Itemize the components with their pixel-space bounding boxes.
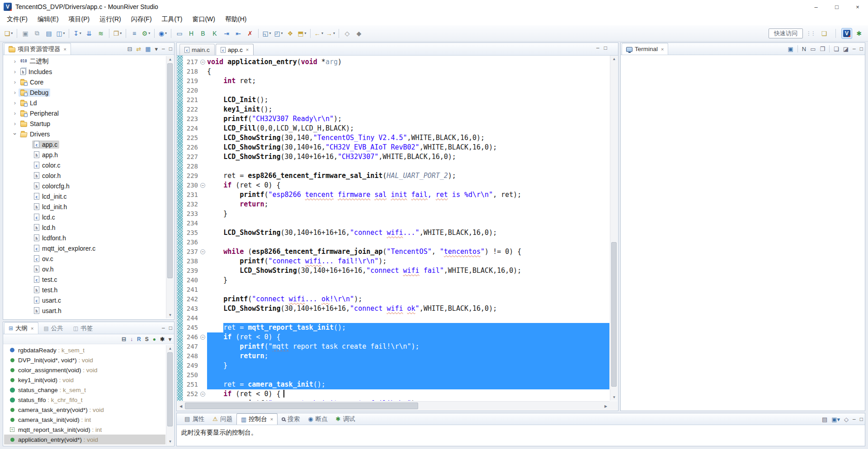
tree-item[interactable]: ›Core: [4, 77, 165, 87]
fold-marker[interactable]: −: [199, 389, 207, 399]
maximize-view-button[interactable]: □: [860, 416, 863, 422]
code-line[interactable]: 237− while (esp8266_tencent_firmware_joi…: [183, 247, 609, 257]
tree-item[interactable]: ›hIncludes: [4, 66, 165, 77]
chevron-collapsed-icon[interactable]: ›: [11, 110, 19, 117]
outline-item[interactable]: status_fifo : k_chr_fifo_t: [4, 395, 165, 405]
editor-tab-main-c[interactable]: c main.c: [179, 44, 215, 55]
fold-marker[interactable]: −: [199, 181, 207, 190]
new-wizard-icon[interactable]: ❏▾: [3, 28, 14, 39]
display-selected-console-icon[interactable]: ▤: [822, 416, 827, 423]
tree-item[interactable]: htest.h: [4, 285, 165, 295]
code-line[interactable]: 229 ret = esp8266_tencent_firmware_sal_i…: [183, 171, 609, 181]
hide-non-public-icon[interactable]: ●: [153, 336, 156, 342]
code-line[interactable]: 221 LCD_Init();: [183, 95, 609, 105]
fold-collapse-icon[interactable]: −: [200, 60, 205, 65]
scroll-up-arrow[interactable]: ▲: [166, 56, 174, 63]
maximize-view-button[interactable]: □: [169, 325, 172, 331]
pin-editor-icon[interactable]: ◇: [342, 28, 353, 39]
code-line[interactable]: 238 printf("connect wifi... fail!\r\n");: [183, 257, 609, 266]
console-tab-problems[interactable]: ⚠问题: [208, 413, 236, 425]
menu-item[interactable]: 编辑(E): [33, 14, 64, 25]
memory-view-icon[interactable]: H: [186, 28, 197, 39]
chevron-collapsed-icon[interactable]: ›: [11, 79, 19, 85]
code-line[interactable]: 244: [183, 313, 609, 323]
terminal-launch-icon[interactable]: ▭: [174, 28, 185, 39]
perspective-debug-button[interactable]: ✱: [854, 28, 864, 39]
terminate-icon[interactable]: ✗: [245, 28, 255, 39]
code-line[interactable]: 252− if (ret < 0) {: [183, 389, 609, 399]
scrollbar-thumb[interactable]: [185, 402, 418, 409]
minimize-view-button[interactable]: –: [162, 46, 165, 52]
menu-item[interactable]: 运行(R): [94, 14, 126, 25]
filters-icon[interactable]: ✱: [160, 336, 165, 342]
search-icon[interactable]: ◉▾: [157, 28, 168, 39]
minimize-view-button[interactable]: –: [853, 416, 856, 422]
scroll-lock-icon[interactable]: N: [802, 46, 806, 52]
tree-item[interactable]: ›Ld: [4, 98, 165, 108]
tree-item[interactable]: ›010二进制: [4, 56, 165, 66]
tree-item[interactable]: hcolor.h: [4, 170, 165, 181]
chevron-collapsed-icon[interactable]: ›: [11, 120, 19, 127]
code-line[interactable]: 222 key1_init();: [183, 105, 609, 114]
scroll-down-arrow[interactable]: ▼: [166, 438, 174, 445]
fold-marker[interactable]: −: [199, 57, 207, 67]
editor-tab-app-c[interactable]: c app.c ×: [216, 44, 254, 55]
code-line[interactable]: 231 printf("esp8266 tencent firmware sal…: [183, 190, 609, 200]
scrollbar-thumb[interactable]: [611, 242, 617, 387]
chevron-collapsed-icon[interactable]: ›: [11, 58, 19, 65]
focus-view-icon[interactable]: ▦: [145, 46, 151, 52]
code-line[interactable]: 236: [183, 238, 609, 247]
menu-item[interactable]: 工具(T): [157, 14, 188, 25]
code-line[interactable]: 225 LCD_ShowString(30,140,"TencentOS_Tin…: [183, 133, 609, 143]
link-with-editor-icon[interactable]: ⇄: [136, 46, 141, 52]
external-tools-icon[interactable]: ⚙▾: [141, 28, 151, 39]
tree-item[interactable]: capp.c: [4, 139, 165, 150]
chevron-collapsed-icon[interactable]: ›: [11, 99, 19, 106]
code-line[interactable]: 235 LCD_ShowString(30,140+16+16+16,"conn…: [183, 228, 609, 238]
outline-item[interactable]: rgbdataReady : k_sem_t: [4, 345, 165, 355]
tab-view[interactable]: ◫书签: [69, 322, 97, 334]
editor-vertical-scrollbar[interactable]: ▲ ▼: [610, 56, 618, 401]
tree-item[interactable]: clcd.c: [4, 212, 165, 222]
hide-macros-icon[interactable]: R: [137, 336, 141, 342]
menu-item[interactable]: 闪存(F): [126, 14, 157, 25]
save-icon[interactable]: ▣: [20, 28, 31, 39]
code-line[interactable]: 230− if (ret < 0) {: [183, 181, 609, 190]
copy-icon[interactable]: ❐: [820, 46, 825, 52]
tab-view[interactable]: ▤公共: [39, 322, 68, 334]
code-line[interactable]: 232 return;: [183, 200, 609, 209]
outline-item[interactable]: application_entry(void*) : void: [4, 435, 165, 444]
code-line[interactable]: 240 }: [183, 276, 609, 285]
maximize-view-button[interactable]: □: [860, 46, 863, 52]
collapse-all-icon[interactable]: ⊟: [127, 46, 132, 52]
tree-item[interactable]: hcolorcfg.h: [4, 181, 165, 191]
show-command-field-icon[interactable]: ▭: [810, 46, 816, 52]
code-line[interactable]: 253 printf("camera task init create fail…: [183, 399, 609, 401]
build-all-icon[interactable]: ≋: [95, 28, 106, 39]
open-perspective-button[interactable]: ❏: [819, 28, 830, 39]
outline-item[interactable]: camera_task_init(void) : int: [4, 415, 165, 425]
outline-scrollbar[interactable]: ▲ ▼: [166, 345, 174, 445]
last-edit-location-icon[interactable]: ◱▾: [261, 28, 272, 39]
chevron-collapsed-icon[interactable]: ›: [11, 68, 19, 75]
fold-collapse-icon[interactable]: −: [200, 335, 205, 340]
console-tab-debug[interactable]: ✱调试: [332, 413, 359, 425]
code-line[interactable]: 248 return;: [183, 351, 609, 361]
hide-static-icon[interactable]: S: [145, 336, 149, 342]
tree-item[interactable]: happ.h: [4, 150, 165, 160]
scrollbar-thumb[interactable]: [167, 352, 173, 426]
code-line[interactable]: 246− if (ret < 0) {: [183, 332, 609, 342]
code-line[interactable]: 228: [183, 162, 609, 171]
tree-item[interactable]: ctest.c: [4, 274, 165, 285]
tree-item[interactable]: husart.h: [4, 305, 165, 316]
code-line[interactable]: 249 }: [183, 361, 609, 370]
link-editor-icon[interactable]: ◆: [354, 28, 364, 39]
console-tab-breakpoints[interactable]: ◉断点: [304, 413, 331, 425]
dropdown-arrow-icon[interactable]: ▾: [11, 31, 13, 35]
code-line[interactable]: 234: [183, 219, 609, 228]
menu-item[interactable]: 帮助(H): [220, 14, 251, 25]
outline-item[interactable]: color_assignment(void) : void: [4, 365, 165, 375]
dropdown-arrow-icon[interactable]: ▾: [120, 31, 122, 35]
scroll-down-arrow[interactable]: ▼: [166, 312, 174, 318]
dropdown-arrow-icon[interactable]: ▾: [305, 31, 307, 35]
